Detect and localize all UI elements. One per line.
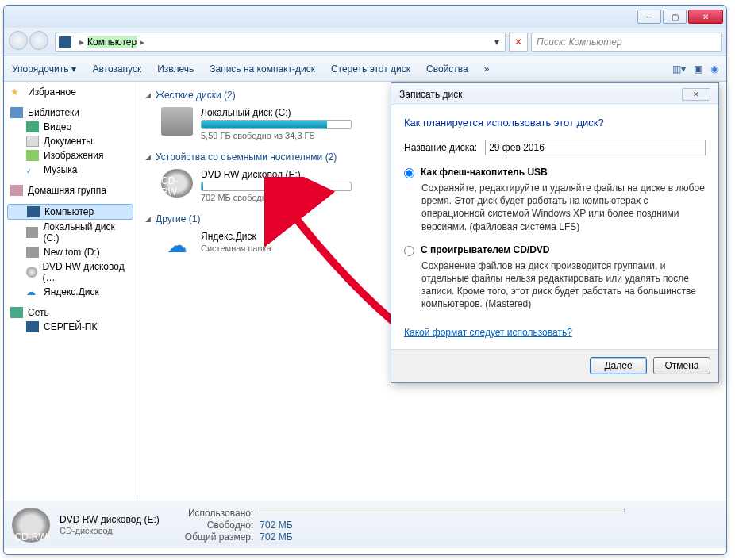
burn-button[interactable]: Запись на компакт-диск [210, 63, 315, 75]
dialog-question: Как планируется использовать этот диск? [404, 117, 706, 128]
forward-icon[interactable] [29, 31, 48, 50]
status-details: Использовано: Свободно:702 МБ Общий разм… [185, 508, 625, 543]
nav-network[interactable]: Сеть [4, 305, 137, 320]
computer-icon [26, 321, 39, 332]
computer-icon [27, 206, 40, 217]
video-icon [26, 121, 39, 132]
maximize-button[interactable]: ▢ [663, 10, 687, 24]
navigation-pane[interactable]: ★Избранное Библиотеки Видео Документы Из… [4, 82, 137, 501]
nav-favorites[interactable]: ★Избранное [4, 85, 137, 99]
properties-button[interactable]: Свойства [426, 63, 468, 75]
music-icon: ♪ [26, 164, 39, 175]
nav-libraries[interactable]: Библиотеки [4, 105, 137, 120]
status-subtitle: CD-дисковод [60, 526, 160, 535]
hdd-icon [26, 247, 39, 258]
help-icon[interactable]: ◉ [710, 63, 718, 75]
chevron-right-icon[interactable]: » [484, 63, 490, 75]
collapse-icon[interactable]: ◢ [145, 215, 151, 223]
nav-homegroup[interactable]: Домашняя группа [4, 183, 137, 198]
collapse-icon[interactable]: ◢ [145, 91, 151, 99]
chevron-right-icon[interactable]: ▸ [140, 36, 144, 48]
option-cddvd-radio[interactable] [404, 246, 414, 256]
disc-icon: CD-RW [12, 508, 50, 543]
chevron-down-icon: ▾ [71, 63, 76, 75]
option-usb-title: Как флеш-накопитель USB [421, 167, 548, 178]
autoplay-button[interactable]: Автозапуск [92, 63, 141, 75]
refresh-button[interactable]: ✕ [509, 33, 528, 52]
search-input[interactable]: Поиск: Компьютер [531, 33, 722, 52]
disc-icon: CD-RW [161, 169, 193, 198]
chevron-right-icon[interactable]: ▸ [79, 36, 84, 48]
close-button[interactable]: ✕ [688, 10, 723, 24]
chevron-down-icon[interactable]: ▾ [489, 36, 505, 48]
disc-icon [26, 267, 37, 278]
organize-menu[interactable]: Упорядочить ▾ [12, 63, 76, 75]
toolbar: Упорядочить ▾ Автозапуск Извлечь Запись … [4, 56, 726, 82]
drive-usage-bar [201, 120, 352, 129]
nav-documents[interactable]: Документы [4, 134, 137, 148]
disc-name-input[interactable] [485, 140, 706, 155]
nav-drive-c[interactable]: Локальный диск (C:) [4, 220, 137, 245]
hdd-icon [26, 227, 38, 238]
nav-computer[interactable]: Компьютер [7, 204, 133, 220]
dialog-titlebar[interactable]: Записать диск ✕ [391, 83, 718, 105]
window-titlebar[interactable]: ─ ▢ ✕ [4, 6, 726, 28]
eject-button[interactable]: Извлечь [157, 63, 194, 75]
help-link[interactable]: Какой формат следует использовать? [404, 327, 572, 338]
libraries-icon [10, 107, 23, 118]
status-title: DVD RW дисковод (E:) [60, 514, 160, 525]
cloud-icon: ☁ [161, 231, 193, 259]
dialog-close-button[interactable]: ✕ [682, 88, 710, 101]
breadcrumb[interactable]: ▸ Компьютер ▸ ▾ [55, 33, 506, 52]
dialog-title: Записать диск [399, 89, 463, 100]
nav-video[interactable]: Видео [4, 120, 137, 134]
disc-name-label: Название диска: [404, 142, 477, 153]
nav-back-forward[interactable] [9, 31, 50, 53]
nav-drive-dvd[interactable]: DVD RW дисковод (… [4, 259, 137, 285]
cloud-icon: ☁ [26, 286, 39, 297]
next-button[interactable]: Далее [590, 357, 647, 374]
nav-network-pc[interactable]: СЕРГЕЙ-ПК [4, 320, 137, 334]
option-cddvd-desc: Сохранение файлов на диск производится г… [421, 259, 706, 311]
cancel-button[interactable]: Отмена [653, 357, 710, 374]
nav-yandex-disk[interactable]: ☁Яндекс.Диск [4, 285, 137, 299]
erase-button[interactable]: Стереть этот диск [331, 63, 410, 75]
nav-images[interactable]: Изображения [4, 148, 137, 163]
address-bar: ▸ Компьютер ▸ ▾ ✕ Поиск: Компьютер [4, 28, 726, 56]
option-usb-desc: Сохраняйте, редактируйте и удаляйте файл… [421, 182, 706, 233]
back-icon[interactable] [9, 31, 28, 50]
breadcrumb-computer[interactable]: Компьютер [87, 36, 137, 48]
burn-disc-dialog: Записать диск ✕ Как планируется использо… [391, 82, 719, 383]
computer-icon [59, 36, 71, 48]
view-menu-icon[interactable]: ▥▾ [672, 63, 686, 75]
collapse-icon[interactable]: ◢ [145, 153, 151, 161]
document-icon [26, 136, 39, 147]
star-icon: ★ [10, 86, 23, 98]
hdd-icon [161, 107, 193, 136]
minimize-button[interactable]: ─ [637, 10, 661, 24]
preview-pane-icon[interactable]: ▣ [694, 63, 702, 75]
image-icon [26, 150, 39, 161]
nav-music[interactable]: ♪Музыка [4, 163, 137, 177]
option-cddvd-title: С проигрывателем CD/DVD [421, 244, 550, 256]
option-usb-radio[interactable] [404, 168, 414, 178]
nav-drive-d[interactable]: New tom (D:) [4, 245, 137, 259]
network-icon [10, 307, 23, 318]
details-pane: CD-RW DVD RW дисковод (E:) CD-дисковод И… [4, 501, 726, 548]
homegroup-icon [10, 185, 23, 196]
drive-usage-bar [201, 182, 352, 191]
